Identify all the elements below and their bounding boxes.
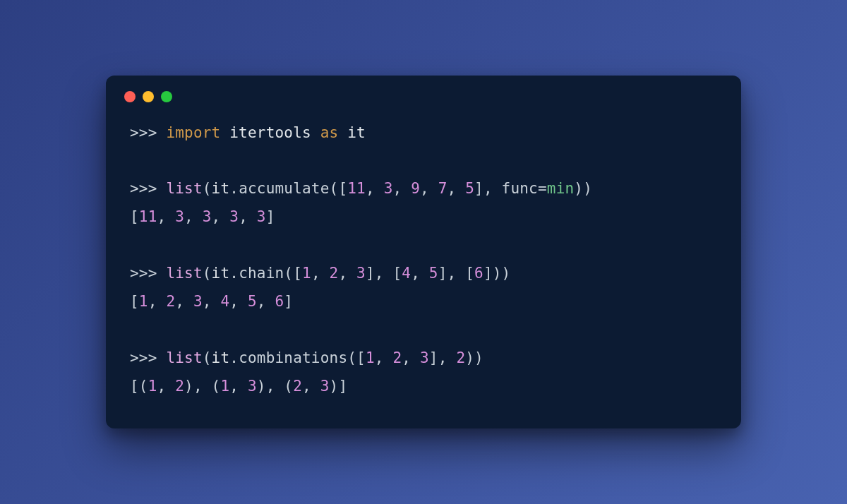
comma: ,	[184, 208, 203, 225]
tuple-sep: ), (	[257, 378, 293, 395]
keyword-as: as	[320, 124, 339, 141]
blank-line	[130, 147, 717, 175]
repl-prompt: >>>	[130, 265, 166, 282]
paren-close: )	[474, 349, 483, 366]
number-literal: 11	[139, 208, 157, 225]
dot: .	[229, 180, 239, 197]
output-line: [11, 3, 3, 3, 3]	[130, 208, 275, 225]
number-literal: 5	[465, 180, 474, 197]
comma: ,	[148, 293, 167, 310]
bracket-open: [	[338, 180, 347, 197]
dot: .	[229, 265, 239, 282]
comma: ,	[392, 180, 411, 197]
comma: ,	[402, 349, 420, 366]
code-line: >>> list(it.accumulate([11, 3, 9, 7, 5],…	[130, 180, 592, 197]
tuple-close: )]	[330, 378, 348, 395]
comma: ,	[229, 293, 248, 310]
comma: ,	[302, 378, 320, 395]
comma: ,	[375, 265, 393, 282]
comma: ,	[366, 180, 384, 197]
code-line: >>> import itertools as it	[130, 124, 366, 141]
code-block: >>> import itertools as it >>> list(it.a…	[106, 111, 741, 407]
obj-it: it	[212, 180, 230, 197]
bracket-close: ]	[366, 265, 375, 282]
window-titlebar	[106, 76, 741, 111]
number-literal: 1	[139, 293, 148, 310]
tuple-open: [(	[130, 378, 148, 395]
zoom-icon[interactable]	[161, 91, 172, 102]
number-literal: 2	[293, 378, 302, 395]
comma: ,	[420, 180, 438, 197]
bracket-close: ]	[266, 208, 275, 225]
bracket-open: [	[465, 265, 474, 282]
bracket-open: [	[130, 293, 139, 310]
fn-list: list	[166, 180, 202, 197]
blank-line	[130, 316, 717, 344]
paren-close: )	[583, 180, 592, 197]
comma: ,	[212, 208, 230, 225]
bracket-close: ]	[429, 349, 438, 366]
paren-open: (	[203, 265, 212, 282]
comma: ,	[229, 378, 248, 395]
number-literal: 2	[330, 265, 339, 282]
bracket-close: ]	[474, 180, 483, 197]
number-literal: 1	[302, 265, 311, 282]
number-literal: 2	[456, 349, 465, 366]
number-literal: 3	[320, 378, 330, 395]
comma: ,	[338, 265, 356, 282]
number-literal: 2	[166, 293, 175, 310]
method-combinations: combinations	[239, 349, 347, 366]
comma: ,	[239, 208, 257, 225]
number-literal: 2	[392, 349, 402, 366]
paren-open: (	[284, 265, 293, 282]
minimize-icon[interactable]	[143, 91, 154, 102]
number-literal: 3	[193, 293, 203, 310]
paren-close: )	[574, 180, 583, 197]
close-icon[interactable]	[124, 91, 136, 102]
number-literal: 4	[402, 265, 411, 282]
equals: =	[538, 180, 547, 197]
alias-name: it	[347, 124, 366, 141]
number-literal: 3	[384, 180, 393, 197]
number-literal: 6	[275, 293, 284, 310]
comma: ,	[483, 180, 502, 197]
number-literal: 3	[203, 208, 212, 225]
method-accumulate: accumulate	[239, 180, 329, 197]
method-chain: chain	[239, 265, 284, 282]
comma: ,	[447, 180, 466, 197]
number-literal: 11	[347, 180, 366, 197]
number-literal: 5	[429, 265, 438, 282]
number-literal: 5	[248, 293, 257, 310]
number-literal: 7	[438, 180, 447, 197]
comma: ,	[311, 265, 330, 282]
obj-it: it	[212, 349, 230, 366]
keyword-import: import	[166, 124, 220, 141]
code-line: >>> list(it.combinations([1, 2, 3], 2))	[130, 349, 483, 366]
number-literal: 4	[220, 293, 229, 310]
output-line: [1, 2, 3, 4, 5, 6]	[130, 293, 293, 310]
dot: .	[229, 349, 239, 366]
comma: ,	[375, 349, 393, 366]
number-literal: 3	[420, 349, 429, 366]
bracket-close: ]	[438, 265, 447, 282]
output-line: [(1, 2), (1, 3), (2, 3)]	[130, 378, 347, 395]
paren-open: (	[347, 349, 356, 366]
number-literal: 3	[248, 378, 257, 395]
repl-prompt: >>>	[130, 124, 166, 141]
comma: ,	[257, 293, 275, 310]
number-literal: 1	[220, 378, 229, 395]
number-literal: 9	[411, 180, 420, 197]
repl-prompt: >>>	[130, 349, 166, 366]
bracket-close: ]	[483, 265, 493, 282]
fn-list: list	[166, 265, 202, 282]
number-literal: 3	[175, 208, 184, 225]
code-line: >>> list(it.chain([1, 2, 3], [4, 5], [6]…	[130, 265, 510, 282]
bracket-close: ]	[284, 293, 293, 310]
comma: ,	[438, 349, 457, 366]
number-literal: 6	[474, 265, 483, 282]
paren-open: (	[330, 180, 339, 197]
comma: ,	[175, 293, 193, 310]
comma: ,	[411, 265, 429, 282]
comma: ,	[157, 378, 176, 395]
comma: ,	[203, 293, 221, 310]
